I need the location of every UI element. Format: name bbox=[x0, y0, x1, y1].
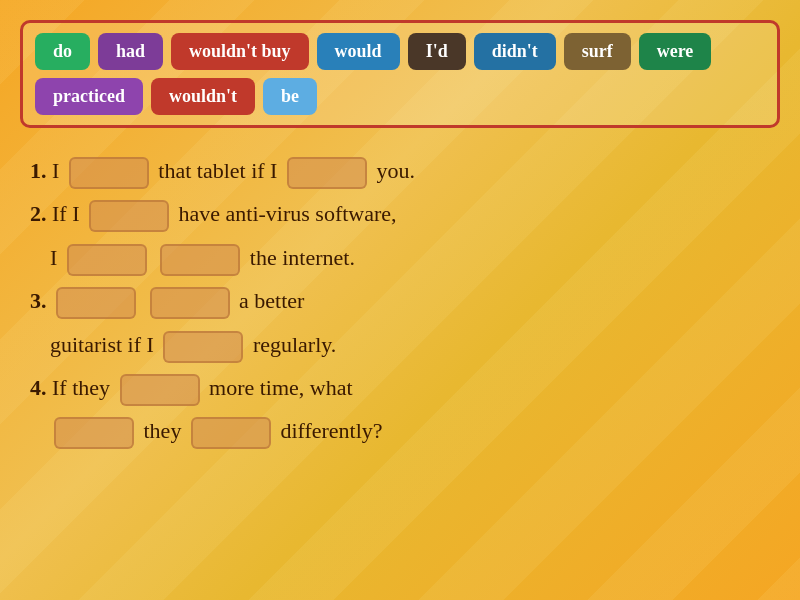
blank-2-2[interactable] bbox=[67, 244, 147, 276]
sentence-3-num: 3. bbox=[30, 288, 47, 313]
chip-were[interactable]: were bbox=[639, 33, 712, 70]
blank-2-1[interactable] bbox=[89, 200, 169, 232]
sentence-2b: I the internet. bbox=[30, 239, 780, 276]
sentence-1-num: 1. bbox=[30, 158, 47, 183]
blank-3-3[interactable] bbox=[163, 331, 243, 363]
blank-4-3[interactable] bbox=[191, 417, 271, 449]
sentence-4: 4. If they more time, what bbox=[30, 369, 780, 406]
sentence-3: 3. a better bbox=[30, 282, 780, 319]
blank-1-1[interactable] bbox=[69, 157, 149, 189]
blank-3-1[interactable] bbox=[56, 287, 136, 319]
blank-4-1[interactable] bbox=[120, 374, 200, 406]
chip-do[interactable]: do bbox=[35, 33, 90, 70]
chip-id[interactable]: I'd bbox=[408, 33, 466, 70]
chip-would[interactable]: would bbox=[317, 33, 400, 70]
chip-practiced[interactable]: practiced bbox=[35, 78, 143, 115]
chip-be[interactable]: be bbox=[263, 78, 317, 115]
sentence-4b: they differently? bbox=[30, 412, 780, 449]
chip-had[interactable]: had bbox=[98, 33, 163, 70]
main-container: dohadwouldn't buywouldI'ddidn'tsurfwerep… bbox=[0, 0, 800, 476]
sentences-area: 1. I that tablet if I you. 2. If I have … bbox=[20, 152, 780, 450]
chip-wouldnt[interactable]: wouldn't bbox=[151, 78, 255, 115]
sentence-3b: guitarist if I regularly. bbox=[30, 326, 780, 363]
sentence-1: 1. I that tablet if I you. bbox=[30, 152, 780, 189]
blank-2-3[interactable] bbox=[160, 244, 240, 276]
chip-didnt[interactable]: didn't bbox=[474, 33, 556, 70]
blank-3-2[interactable] bbox=[150, 287, 230, 319]
blank-4-2[interactable] bbox=[54, 417, 134, 449]
blank-1-2[interactable] bbox=[287, 157, 367, 189]
word-bank: dohadwouldn't buywouldI'ddidn'tsurfwerep… bbox=[20, 20, 780, 128]
sentence-2-num: 2. bbox=[30, 201, 47, 226]
chip-surf[interactable]: surf bbox=[564, 33, 631, 70]
sentence-2: 2. If I have anti-virus software, bbox=[30, 195, 780, 232]
chip-wouldnt-buy[interactable]: wouldn't buy bbox=[171, 33, 309, 70]
sentence-4-num: 4. bbox=[30, 375, 47, 400]
